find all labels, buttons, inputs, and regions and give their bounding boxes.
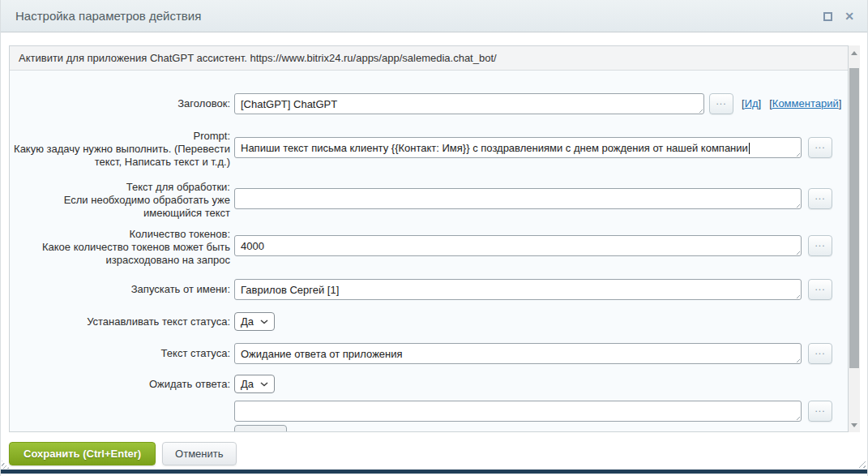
process-text-more-button[interactable]: ...	[808, 188, 832, 209]
wait-reply-label: Ожидать ответа:	[10, 375, 230, 391]
resize-grip-icon[interactable]	[793, 356, 800, 362]
resize-grip-icon[interactable]	[793, 292, 800, 298]
row-tokens: Количество токенов: Какое количество ток…	[10, 228, 848, 267]
clipped-element	[234, 425, 287, 432]
parameters-form: Заголовок: [ChatGPT] ChatGPT ... [Ид] [К…	[10, 71, 848, 432]
text-caret	[749, 143, 750, 154]
resize-grip-icon[interactable]	[793, 150, 800, 157]
app-info-text: Активити для приложения ChatGPT ассистен…	[19, 52, 497, 64]
chevron-down-icon	[260, 319, 268, 324]
prompt-more-button[interactable]: ...	[808, 137, 832, 158]
row-run-as: Запускать от имени: Гаврилов Сергей [1] …	[10, 279, 848, 300]
process-text-description: Если необходимо обработать уже имеющийся…	[10, 194, 230, 220]
resize-grip-icon[interactable]	[696, 106, 703, 113]
row-extra: ...	[10, 401, 848, 422]
chevron-down-icon	[260, 382, 268, 387]
scroll-down-icon[interactable]	[849, 418, 860, 431]
prompt-label: Prompt: Какую задачу нужно выполнить. (П…	[10, 130, 230, 169]
resize-grip-icon[interactable]	[857, 460, 866, 468]
title-more-button[interactable]: ...	[709, 93, 733, 114]
scrollbar-thumb[interactable]	[849, 68, 859, 368]
extra-input[interactable]	[234, 401, 802, 422]
set-status-label: Устанавливать текст статуса:	[10, 312, 230, 328]
prompt-input[interactable]: Напиши текст письма клиенту {{Контакт: И…	[234, 137, 802, 158]
row-title: Заголовок: [ChatGPT] ChatGPT ... [Ид] [К…	[10, 93, 848, 114]
vertical-scrollbar[interactable]	[849, 45, 860, 432]
comment-link-wrap: [Комментарий]	[769, 97, 841, 109]
save-button[interactable]: Сохранить (Ctrl+Enter)	[9, 442, 156, 465]
tokens-input[interactable]: 4000	[234, 235, 802, 256]
set-status-select[interactable]: Да	[234, 312, 275, 331]
status-text-input[interactable]: Ожидание ответа от приложения	[234, 343, 802, 364]
form-pane: Активити для приложения ChatGPT ассистен…	[9, 45, 849, 432]
row-prompt: Prompt: Какую задачу нужно выполнить. (П…	[10, 130, 848, 169]
scroll-up-icon[interactable]	[849, 46, 860, 59]
comment-link[interactable]: Комментарий	[772, 97, 839, 109]
wait-reply-select[interactable]: Да	[234, 375, 275, 393]
tokens-more-button[interactable]: ...	[808, 235, 832, 256]
close-icon[interactable]: ✕	[844, 11, 854, 22]
prompt-description: Какую задачу нужно выполнить. (Перевести…	[10, 143, 230, 169]
resize-grip-icon[interactable]	[793, 414, 800, 420]
title-label: Заголовок:	[10, 93, 230, 110]
id-link-wrap: [Ид]	[742, 97, 761, 109]
run-as-input[interactable]: Гаврилов Сергей [1]	[234, 279, 802, 300]
cancel-button[interactable]: Отменить	[162, 442, 236, 465]
run-as-label: Запускать от имени:	[10, 279, 230, 296]
window-controls: ✕	[823, 0, 854, 32]
dialog-title: Настройка параметров действия	[15, 9, 201, 23]
title-input[interactable]: [ChatGPT] ChatGPT	[234, 93, 704, 114]
process-text-label: Текст для обработки: Если необходимо обр…	[10, 181, 230, 220]
resize-grip-icon[interactable]	[793, 248, 800, 255]
row-status-text: Текст статуса: Ожидание ответа от прилож…	[10, 343, 848, 364]
dialog-footer: Сохранить (Ctrl+Enter) Отменить	[9, 442, 237, 465]
dialog-bottom-edge	[1, 470, 867, 474]
id-link[interactable]: Ид	[745, 97, 759, 109]
status-text-label: Текст статуса:	[10, 343, 230, 360]
status-text-more-button[interactable]: ...	[808, 343, 832, 364]
extra-more-button[interactable]: ...	[808, 401, 832, 422]
maximize-icon[interactable]	[823, 12, 832, 21]
run-as-more-button[interactable]: ...	[808, 279, 832, 300]
tokens-label: Количество токенов: Какое количество ток…	[10, 228, 230, 267]
resize-grip-icon[interactable]	[793, 201, 800, 208]
process-text-input[interactable]	[234, 188, 802, 209]
content-area: Активити для приложения ChatGPT ассистен…	[9, 45, 860, 432]
action-settings-dialog: Настройка параметров действия ✕ Активити…	[0, 0, 868, 476]
dialog-titlebar: Настройка параметров действия ✕	[1, 0, 867, 32]
row-process-text: Текст для обработки: Если необходимо обр…	[10, 181, 848, 220]
title-links: [Ид] [Комментарий]	[742, 93, 849, 109]
app-info-bar: Активити для приложения ChatGPT ассистен…	[10, 46, 848, 71]
row-wait-reply: Ожидать ответа: Да	[10, 375, 848, 393]
row-set-status: Устанавливать текст статуса: Да	[10, 312, 848, 331]
tokens-description: Какое количество токенов может быть изра…	[10, 241, 230, 267]
